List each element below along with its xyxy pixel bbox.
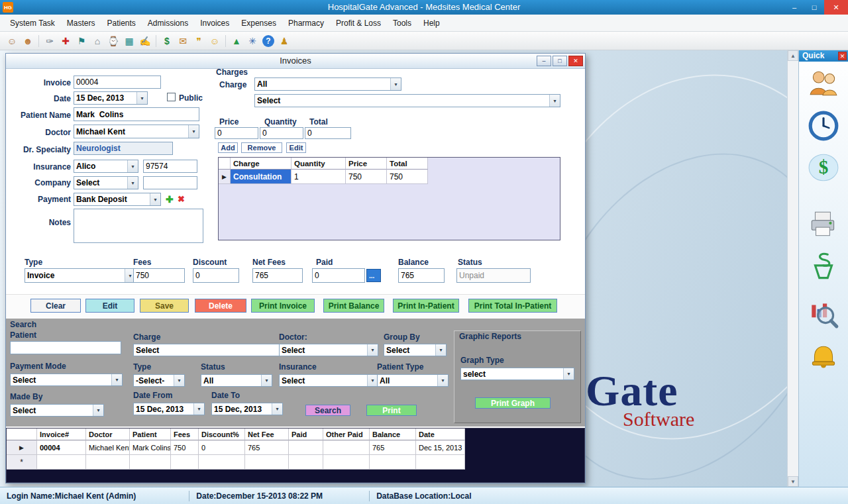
minimize-button[interactable]: –	[784, 0, 804, 15]
date-to-picker[interactable]: 15 Dec, 2013	[211, 403, 283, 415]
chevron-down-icon[interactable]	[367, 375, 378, 386]
add-charge-button[interactable]: Add	[218, 142, 238, 153]
col-invoice[interactable]: Invoice#	[37, 428, 86, 440]
search-charge-combobox[interactable]: Select	[133, 344, 293, 356]
search-type-combobox[interactable]: -Select-	[133, 374, 185, 387]
price-field[interactable]	[215, 127, 258, 139]
feedback-icon[interactable]: ☺	[207, 34, 222, 48]
quick-pharmacy-button[interactable]	[807, 250, 840, 283]
help-icon[interactable]: ?	[262, 35, 274, 47]
chevron-down-icon[interactable]	[127, 160, 138, 172]
invoice-number-field[interactable]	[74, 76, 161, 89]
print-total-inpatient-button[interactable]: Print Total In-Patient	[468, 299, 557, 313]
menu-help[interactable]: Help	[417, 16, 446, 30]
group-by-combobox[interactable]: Select	[384, 344, 447, 356]
quick-printer-button[interactable]	[807, 208, 840, 241]
col-fees[interactable]: Fees	[171, 428, 199, 440]
imaging-icon[interactable]: ▦	[122, 34, 136, 48]
child-maximize-button[interactable]: □	[553, 56, 567, 66]
menu-pharmacy[interactable]: Pharmacy	[282, 16, 330, 30]
search-doctor-combobox[interactable]: Select	[279, 344, 378, 356]
save-button[interactable]: Save	[140, 299, 189, 313]
made-by-combobox[interactable]: Select	[10, 404, 104, 417]
col-patient[interactable]: Patient	[130, 428, 171, 440]
clear-button[interactable]: Clear	[30, 299, 81, 313]
chevron-down-icon[interactable]	[390, 78, 401, 90]
chevron-down-icon[interactable]	[563, 368, 574, 379]
first-aid-icon[interactable]: ✚	[58, 34, 73, 48]
graph-type-combobox[interactable]: select	[460, 368, 574, 380]
paid-more-button[interactable]: ...	[366, 269, 381, 282]
chevron-down-icon[interactable]	[367, 344, 378, 356]
quick-billing-button[interactable]: $	[807, 151, 840, 184]
payment-mode-combobox[interactable]: Select	[10, 374, 123, 386]
insurance-number-field[interactable]	[143, 160, 197, 173]
clinic-icon[interactable]: ⌂	[90, 34, 105, 48]
charges-col-price[interactable]: Price	[346, 158, 387, 170]
maximize-button[interactable]: □	[804, 0, 824, 15]
col-date[interactable]: Date	[416, 428, 465, 440]
user-up-icon[interactable]: ♟	[277, 34, 292, 48]
quick-users-button[interactable]	[807, 67, 840, 100]
charges-col-total[interactable]: Total	[387, 158, 428, 170]
invoice-date-picker[interactable]: 15 Dec, 2013	[74, 91, 148, 105]
col-paid[interactable]: Paid	[289, 428, 323, 440]
records-icon[interactable]: ✍	[138, 34, 152, 48]
discount-field[interactable]	[193, 268, 239, 283]
public-checkbox[interactable]	[167, 93, 176, 101]
patient-icon[interactable]: ☺	[5, 34, 19, 48]
quick-reminder-button[interactable]	[807, 343, 840, 376]
chevron-down-icon[interactable]	[136, 92, 147, 104]
remove-payment-icon[interactable]: ✖	[178, 194, 185, 204]
type-combobox[interactable]: Invoice	[25, 268, 136, 283]
payment-combobox[interactable]: Bank Deposit	[74, 193, 161, 206]
notes-field[interactable]	[74, 209, 203, 243]
quick-clock-button[interactable]	[807, 109, 840, 142]
charge-total-field[interactable]	[305, 127, 351, 139]
insurance-combobox[interactable]: Alico	[74, 160, 138, 173]
vertical-scrollbar[interactable]: ▲ ▼	[787, 50, 798, 487]
charge-filter-combobox[interactable]: All	[254, 77, 401, 91]
results-grid-new-row[interactable]: *	[7, 455, 584, 470]
menu-admissions[interactable]: Admissions	[142, 16, 194, 30]
chevron-down-icon[interactable]	[150, 193, 160, 205]
print-button[interactable]: Print	[366, 405, 417, 416]
chevron-down-icon[interactable]	[435, 344, 446, 356]
chevron-down-icon[interactable]	[549, 95, 560, 107]
patient-type-combobox[interactable]: All	[377, 374, 449, 387]
charges-col-quantity[interactable]: Quantity	[292, 158, 346, 170]
staff-icon[interactable]: ☻	[21, 34, 35, 48]
lab-icon[interactable]: ⚑	[74, 34, 89, 48]
menu-profit-loss[interactable]: Profit & Loss	[330, 16, 387, 30]
chevron-down-icon[interactable]	[93, 405, 103, 416]
child-close-button[interactable]: ✕	[568, 56, 583, 66]
mail-icon[interactable]: ✉	[176, 34, 190, 48]
scroll-down-icon[interactable]: ▼	[788, 476, 798, 487]
delete-button[interactable]: Delete	[195, 299, 246, 313]
prescription-icon[interactable]: ✑	[42, 34, 57, 48]
chevron-down-icon[interactable]	[174, 375, 184, 386]
print-invoice-button[interactable]: Print Invoice	[251, 299, 315, 313]
chevron-down-icon[interactable]	[127, 177, 138, 189]
col-other-paid[interactable]: Other Paid	[323, 428, 370, 440]
menu-masters[interactable]: Masters	[61, 16, 101, 30]
charges-col-charge[interactable]: Charge	[231, 158, 292, 170]
menu-invoices[interactable]: Invoices	[194, 16, 235, 30]
chevron-down-icon[interactable]	[437, 375, 448, 386]
scroll-up-icon[interactable]: ▲	[788, 50, 798, 61]
settings-icon[interactable]: ✳	[245, 34, 260, 48]
charges-grid-row[interactable]: ▶ Consultation 1 750 750	[219, 170, 560, 184]
charge-select-combobox[interactable]: Select	[254, 94, 560, 107]
search-button[interactable]: Search	[305, 405, 350, 416]
date-from-picker[interactable]: 15 Dec, 2013	[133, 403, 205, 415]
schedule-icon[interactable]: ⌚	[106, 34, 121, 48]
chevron-down-icon[interactable]	[193, 403, 204, 415]
chat-icon[interactable]: ❞	[191, 34, 206, 48]
company-combobox[interactable]: Select	[74, 176, 138, 189]
paid-field[interactable]	[312, 268, 365, 283]
fees-field[interactable]	[133, 268, 185, 283]
company-number-field[interactable]	[143, 176, 197, 189]
col-net-fee[interactable]: Net Fee	[245, 428, 289, 440]
close-button[interactable]: ✕	[824, 0, 848, 15]
add-payment-icon[interactable]: ✚	[166, 194, 174, 205]
